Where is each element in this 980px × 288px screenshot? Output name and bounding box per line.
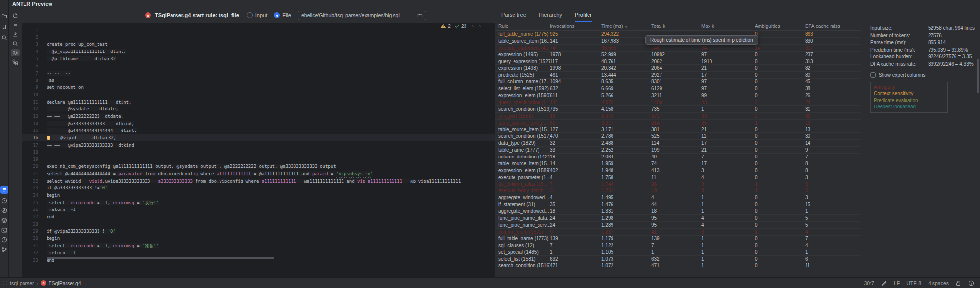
- column-header[interactable]: Ambiguities: [755, 24, 805, 29]
- input-radio[interactable]: Input: [247, 12, 267, 18]
- bookmarks-icon[interactable]: [1, 24, 8, 30]
- table-row[interactable]: search_condition (1516)4711.0724711011: [495, 262, 861, 269]
- table-row[interactable]: full_column_name (17...10948.63583019704…: [495, 79, 861, 85]
- table-row[interactable]: column_elem (1571)91.23741614: [495, 229, 861, 236]
- table-row[interactable]: execute_statement (41...7466.50574694146…: [495, 45, 861, 52]
- table-row[interactable]: expression_elem (1590)6115.266321199026: [495, 92, 861, 99]
- file-radio[interactable]: File: [274, 12, 291, 18]
- line-number: 24: [24, 192, 38, 199]
- tab-profiler[interactable]: Profiler: [575, 12, 592, 22]
- table-row[interactable]: func_proc_name_data...241.29895405: [495, 215, 861, 222]
- tab-parse-tree[interactable]: Parse tree: [501, 12, 526, 22]
- line-number: 32: [24, 249, 38, 257]
- column-header[interactable]: Rule: [498, 24, 550, 29]
- breadcrumb-project[interactable]: tsql-parser: [10, 280, 34, 286]
- parse-tree-view-icon[interactable]: [11, 58, 20, 66]
- table-row[interactable]: table_name (1777)332.2521992109: [495, 147, 861, 154]
- warnings-indicator[interactable]: 2: [441, 23, 451, 29]
- table-cell: 4: [805, 229, 859, 235]
- table-row[interactable]: full_table_name (1773)1391.179139107: [495, 236, 861, 242]
- table-row[interactable]: search_condition (1517)4702.78652511030: [495, 133, 861, 140]
- code-line: return -1: [47, 249, 495, 257]
- table-row[interactable]: data_type (1829)322.48811417014: [495, 140, 861, 147]
- terminal-icon[interactable]: [1, 227, 8, 233]
- table-cell: 1.702: [601, 188, 651, 193]
- table-row[interactable]: execute_parameter (1...41.75811403: [495, 174, 861, 181]
- services-icon[interactable]: [1, 217, 8, 223]
- table-row[interactable]: func_proc_name_serv...241.28995405: [495, 222, 861, 229]
- next-issue-button[interactable]: [478, 24, 483, 28]
- table-row[interactable]: table_source_item (15...141.959741708: [495, 160, 861, 167]
- table-row[interactable]: column_definition (1421)182.06449707: [495, 154, 861, 160]
- table-row[interactable]: table_source_item (15...1273.17138121013: [495, 126, 861, 133]
- project-folder-icon[interactable]: [1, 13, 8, 19]
- table-cell: func_proc_name_data...: [498, 215, 550, 221]
- table-row[interactable]: set_special (1485)11.1051101: [495, 249, 861, 256]
- code-line: select @a444444444444444 = paravalue fro…: [47, 170, 495, 178]
- column-header[interactable]: Invocations: [550, 24, 601, 29]
- antlr-preview-toolwindow-icon[interactable]: [0, 186, 8, 194]
- tab-hierarchy[interactable]: Hierarchy: [539, 12, 562, 22]
- line-ending[interactable]: LF: [894, 280, 900, 286]
- test-file-path-field[interactable]: ebelice/Github/tsql-parser/examples/big.…: [298, 11, 426, 20]
- antlr-console-icon[interactable]: [1, 207, 8, 213]
- table-row[interactable]: expression (1495)197852.99910982970237: [495, 52, 861, 58]
- refresh-icon[interactable]: [11, 12, 20, 19]
- breadcrumb-file[interactable]: TSqlParser.g4: [49, 280, 81, 286]
- table-row[interactable]: select_list (1581)6321.073632106: [495, 256, 861, 262]
- browse-folder-icon[interactable]: [417, 13, 423, 18]
- table-cell: 632: [550, 86, 601, 91]
- table-row[interactable]: sql_clauses (12)71.1227104: [495, 242, 861, 249]
- git-branch-icon[interactable]: [1, 246, 8, 253]
- column-header[interactable]: Max k: [701, 24, 755, 29]
- table-row[interactable]: expression (1498)199820.342206421082: [495, 65, 861, 72]
- table-cell: 1978: [550, 52, 601, 57]
- zoom-icon[interactable]: [11, 40, 20, 47]
- table-row[interactable]: predicate (1525)46113.444292717080: [495, 72, 861, 79]
- activity-bar: [0, 0, 9, 277]
- table-row[interactable]: query_specification (1...1414.9781459432…: [495, 99, 861, 106]
- problems-icon[interactable]: [1, 236, 8, 243]
- scroll-to-source-icon[interactable]: [11, 30, 20, 38]
- indent-setting[interactable]: 4 spaces: [928, 280, 949, 286]
- table-row[interactable]: if_statement (31)351.476441015: [495, 201, 861, 208]
- prev-issue-button[interactable]: [470, 24, 475, 28]
- lock-open-icon[interactable]: [956, 280, 961, 286]
- intention-lightbulb-icon[interactable]: [47, 136, 50, 140]
- run-icon[interactable]: [1, 197, 8, 204]
- table-row[interactable]: join_part (1552)183.97637239222: [495, 113, 861, 120]
- table-cell: 381: [651, 127, 701, 132]
- legend-item: Predicate evaluation: [874, 97, 944, 104]
- caret-position[interactable]: 30:7: [864, 280, 874, 286]
- stop-icon[interactable]: [11, 21, 20, 28]
- column-header[interactable]: DFA cache miss: [805, 24, 859, 29]
- passed-indicator[interactable]: 23: [454, 24, 466, 29]
- notifications-icon[interactable]: [968, 280, 974, 286]
- column-header[interactable]: Time (ms)∨: [601, 24, 651, 29]
- show-expert-columns-checkbox[interactable]: Show expert columns: [870, 72, 980, 78]
- table-row[interactable]: select_list_elem (1592)6326.669612997038: [495, 85, 861, 92]
- grammar-start-rule-label: TSqlParser.g4 start rule: tsql_file: [155, 12, 239, 18]
- table-cell: 32: [550, 140, 601, 146]
- search-icon[interactable]: [1, 34, 8, 41]
- table-row[interactable]: aggregate_windowed...41.4954103: [495, 194, 861, 201]
- table-cell: 17: [701, 140, 755, 146]
- table-row[interactable]: as_column_alias (16...71.74828916: [495, 181, 861, 188]
- editor-horizontal-scrollbar[interactable]: [22, 256, 495, 260]
- table-row[interactable]: query_expression (1527)11748.76120621910…: [495, 58, 861, 65]
- profiler-view-icon[interactable]: [11, 49, 20, 56]
- column-header[interactable]: Total k: [651, 24, 701, 29]
- read-only-pen-icon[interactable]: [881, 280, 887, 286]
- table-row[interactable]: execute_body_batch...31.70219815: [495, 187, 861, 194]
- table-row[interactable]: aggregate_windowed...181.33118101: [495, 208, 861, 215]
- table-cell: 11: [805, 263, 859, 268]
- file-encoding[interactable]: UTF-8: [906, 280, 921, 286]
- code-editor[interactable]: 1234567891011121314151617181920212223242…: [22, 23, 495, 277]
- inspection-widget[interactable]: 2 23: [441, 23, 483, 29]
- table-row[interactable]: expression_elem (1589)4021.948413308: [495, 167, 861, 174]
- table-cell: 4: [701, 175, 755, 180]
- table-row[interactable]: table_source_item_j...523.21721425119: [495, 120, 861, 127]
- code-line: [47, 26, 495, 34]
- editor-horizontal-scrollbar-thumb[interactable]: [47, 257, 274, 259]
- table-row[interactable]: search_condition (1519)7354.1587351031: [495, 106, 861, 113]
